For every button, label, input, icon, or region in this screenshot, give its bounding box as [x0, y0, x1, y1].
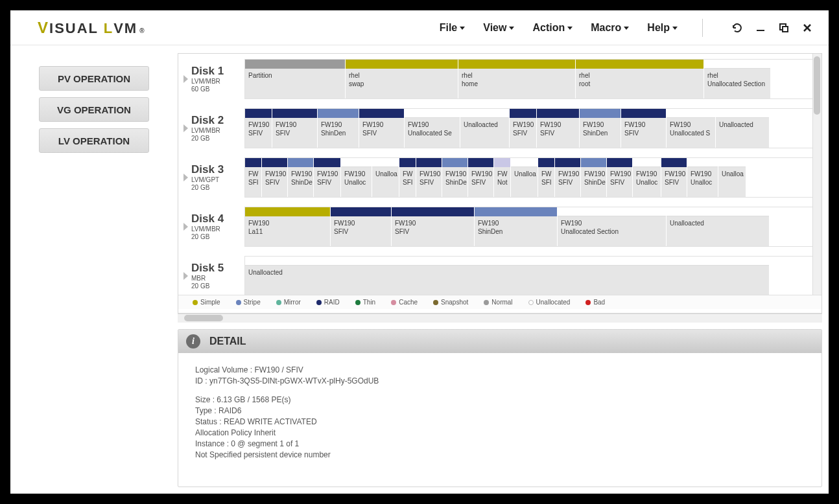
- caret-icon: [460, 27, 465, 30]
- disk-segment[interactable]: FW190Unalloc: [341, 158, 372, 197]
- detail-id: ID : yn7TGh-3QS5-DlNt-pGWX-WTvX-plHy-5GO…: [195, 376, 821, 387]
- menu-help[interactable]: Help: [647, 22, 678, 34]
- disk-segment[interactable]: FW190ShinDe: [442, 158, 468, 197]
- detail-lv: Logical Volume : FW190 / SFIV: [195, 365, 821, 376]
- menu-action[interactable]: Action: [532, 22, 573, 34]
- legend-item: Thin: [355, 299, 375, 306]
- disk-segment[interactable]: FW190ShinDe: [288, 158, 314, 197]
- disk-segment[interactable]: FW190Unallocated Se: [405, 109, 460, 148]
- lv-operation-button[interactable]: LV OPERATION: [39, 128, 149, 153]
- disk-segment[interactable]: FW190ShinDe: [581, 158, 607, 197]
- caret-icon: [509, 27, 514, 30]
- disk-segment[interactable]: Unalloacted: [667, 207, 769, 246]
- disk-label[interactable]: Disk 4LVM/MBR20 GB: [185, 207, 244, 247]
- disk-label[interactable]: Disk 5MBR20 GB: [185, 256, 244, 295]
- detail-size: Size : 6.13 GB / 1568 PE(s): [195, 395, 821, 406]
- disk-row: Disk 3LVM/GPT20 GBFWSFIFW190SFIVFW190Shi…: [185, 157, 819, 198]
- disk-segment[interactable]: FW190SFIV: [621, 109, 667, 148]
- disk-segment[interactable]: rhelroot: [576, 60, 704, 98]
- disk-segments: PartitionrhelswaprhelhomerhelrootrhelUna…: [244, 59, 819, 99]
- disk-segment[interactable]: FW190SFIV: [555, 158, 581, 197]
- vg-operation-button[interactable]: VG OPERATION: [39, 97, 149, 122]
- legend-item: Mirror: [276, 299, 301, 306]
- disk-segment[interactable]: FW190SFIV: [468, 158, 494, 197]
- disk-segment[interactable]: Partition: [245, 60, 346, 98]
- disk-segment[interactable]: FW190SFIV: [359, 109, 405, 148]
- legend-item: Snapshot: [433, 299, 468, 306]
- disk-segment[interactable]: FW190ShinDen: [580, 109, 621, 148]
- disk-segment[interactable]: FW190SFIV: [510, 109, 537, 148]
- disk-segment[interactable]: Unalloa: [511, 158, 538, 197]
- expand-arrow-icon[interactable]: [183, 223, 188, 231]
- disk-segment[interactable]: rhelswap: [346, 60, 458, 98]
- disk-segment[interactable]: FW190SFIV: [416, 158, 442, 197]
- legend-item: Unallocated: [528, 299, 571, 306]
- disk-segments: FW190SFIVFW190SFIVFW190ShinDenFW190SFIVF…: [244, 108, 819, 148]
- disk-segment[interactable]: FW190ShinDen: [318, 109, 359, 148]
- menu-macro[interactable]: Macro: [591, 22, 629, 34]
- disk-segment[interactable]: FW190Unalloc: [633, 158, 661, 197]
- legend-item: Cache: [391, 299, 418, 306]
- disk-segment[interactable]: Unalloacted: [460, 109, 510, 148]
- minimize-icon[interactable]: [755, 22, 766, 34]
- disk-segment[interactable]: FWSFI: [399, 158, 416, 197]
- disk-segment[interactable]: Unalloa: [718, 158, 746, 197]
- disk-segment[interactable]: Unalloacted: [245, 257, 769, 295]
- expand-arrow-icon[interactable]: [183, 272, 188, 280]
- disk-row: Disk 5MBR20 GBUnalloacted: [185, 256, 819, 295]
- legend-item: RAID: [316, 299, 340, 306]
- caret-icon: [624, 27, 629, 30]
- disk-segment[interactable]: FW190SFIV: [537, 109, 580, 148]
- disk-label[interactable]: Disk 3LVM/GPT20 GB: [185, 157, 244, 198]
- disk-segment[interactable]: FWSFI: [245, 158, 262, 197]
- menu-view[interactable]: View: [483, 22, 514, 34]
- disk-segment[interactable]: Unalloacted: [716, 109, 769, 148]
- disk-segment[interactable]: FW190Unallocated Section: [558, 207, 667, 246]
- detail-title: DETAIL: [209, 336, 246, 347]
- disk-segment[interactable]: FW190SFIV: [661, 158, 687, 197]
- disk-label[interactable]: Disk 1LVM/MBR60 GB: [185, 59, 244, 99]
- disk-segment[interactable]: FW190SFIV: [245, 109, 272, 148]
- disk-segment[interactable]: FW190SFIV: [607, 158, 633, 197]
- close-icon[interactable]: [801, 22, 813, 34]
- main-menu: File View Action Macro Help: [440, 19, 813, 37]
- legend: SimpleStripeMirrorRAIDThinCacheSnapshotN…: [178, 295, 821, 309]
- disk-segment[interactable]: FW190Unalloc: [687, 158, 718, 197]
- expand-arrow-icon[interactable]: [183, 174, 188, 181]
- disk-segment[interactable]: FW190Unallocated S: [667, 109, 716, 148]
- disk-segment[interactable]: Unalloa: [372, 158, 399, 197]
- app-logo: VISUAL LVM®: [38, 19, 146, 37]
- expand-arrow-icon[interactable]: [183, 75, 188, 83]
- disk-row: Disk 2LVM/MBR20 GBFW190SFIVFW190SFIVFW19…: [185, 108, 819, 148]
- disk-segment[interactable]: FWSFI: [538, 158, 555, 197]
- disk-panel: Disk 1LVM/MBR60 GBPartitionrhelswaprhelh…: [178, 53, 822, 314]
- detail-instance: Instance : 0 @ segment 1 of 1: [195, 439, 821, 450]
- disk-segment[interactable]: FW190SFIV: [331, 207, 392, 246]
- disk-segment[interactable]: rhelUnallocated Section: [704, 60, 770, 98]
- horizontal-scrollbar[interactable]: [178, 314, 822, 323]
- disk-segments: FWSFIFW190SFIVFW190ShinDeFW190SFIVFW190U…: [244, 157, 819, 198]
- detail-alloc: Allocation Policy Inherit: [195, 428, 821, 439]
- caret-icon: [672, 27, 678, 30]
- pv-operation-button[interactable]: PV OPERATION: [39, 66, 149, 91]
- menu-file[interactable]: File: [440, 22, 466, 34]
- info-icon: i: [186, 334, 200, 349]
- vertical-scrollbar[interactable]: [812, 54, 821, 295]
- disk-segments: FW190La11FW190SFIVFW190SFIVFW190ShinDenF…: [244, 207, 819, 247]
- refresh-icon[interactable]: [731, 22, 743, 34]
- expand-arrow-icon[interactable]: [183, 124, 188, 132]
- disk-row: Disk 1LVM/MBR60 GBPartitionrhelswaprhelh…: [185, 59, 819, 99]
- disk-segment[interactable]: FW190SFIV: [272, 109, 318, 148]
- detail-status: Status : READ WRITE ACTIVATED: [195, 417, 821, 428]
- disk-label[interactable]: Disk 2LVM/MBR20 GB: [185, 108, 244, 148]
- maximize-icon[interactable]: [778, 22, 790, 34]
- disk-segment[interactable]: FW190ShinDen: [475, 207, 558, 246]
- disk-segment[interactable]: rhelhome: [458, 60, 576, 98]
- disk-segment[interactable]: FW190SFIV: [392, 207, 475, 246]
- disk-list[interactable]: Disk 1LVM/MBR60 GBPartitionrhelswaprhelh…: [178, 54, 821, 295]
- legend-item: Simple: [193, 299, 220, 306]
- disk-segment[interactable]: FW190La11: [245, 207, 331, 246]
- disk-segment[interactable]: FWNot: [494, 158, 511, 197]
- disk-segment[interactable]: FW190SFIV: [262, 158, 288, 197]
- disk-segment[interactable]: FW190SFIV: [314, 158, 341, 197]
